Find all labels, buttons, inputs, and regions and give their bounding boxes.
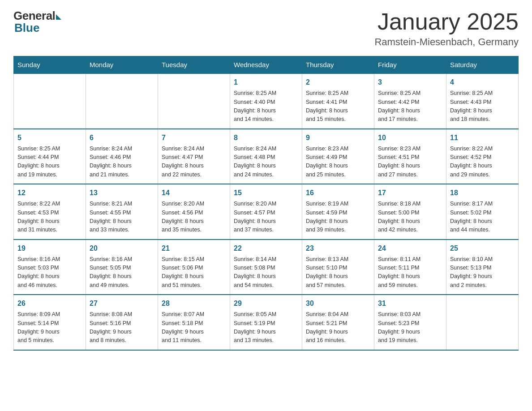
page-header: General Blue January 2025 Ramstein-Miese… (13, 9, 519, 48)
calendar-cell: 18Sunrise: 8:17 AM Sunset: 5:02 PM Dayli… (446, 184, 519, 240)
day-info: Sunrise: 8:21 AM Sunset: 4:55 PM Dayligh… (90, 200, 154, 235)
day-number: 11 (450, 133, 515, 143)
day-info: Sunrise: 8:11 AM Sunset: 5:11 PM Dayligh… (378, 255, 442, 290)
day-info: Sunrise: 8:25 AM Sunset: 4:40 PM Dayligh… (234, 89, 298, 124)
title-section: January 2025 Ramstein-Miesenbach, German… (374, 9, 519, 48)
day-number: 5 (17, 133, 82, 143)
calendar-header-friday: Friday (374, 56, 446, 74)
calendar-cell: 14Sunrise: 8:20 AM Sunset: 4:56 PM Dayli… (158, 184, 230, 240)
calendar-header-sunday: Sunday (14, 56, 86, 74)
day-info: Sunrise: 8:22 AM Sunset: 4:52 PM Dayligh… (450, 145, 515, 180)
calendar-header-row: SundayMondayTuesdayWednesdayThursdayFrid… (14, 56, 519, 74)
calendar-cell: 31Sunrise: 8:03 AM Sunset: 5:23 PM Dayli… (374, 295, 446, 350)
calendar-cell: 24Sunrise: 8:11 AM Sunset: 5:11 PM Dayli… (374, 240, 446, 295)
calendar-cell: 12Sunrise: 8:22 AM Sunset: 4:53 PM Dayli… (14, 184, 86, 240)
day-number: 20 (90, 243, 154, 254)
day-number: 23 (306, 243, 370, 254)
day-info: Sunrise: 8:16 AM Sunset: 5:05 PM Dayligh… (90, 255, 154, 290)
calendar-header-thursday: Thursday (302, 56, 374, 74)
day-number: 27 (90, 298, 154, 309)
calendar-cell: 28Sunrise: 8:07 AM Sunset: 5:18 PM Dayli… (158, 295, 230, 350)
calendar-cell: 21Sunrise: 8:15 AM Sunset: 5:06 PM Dayli… (158, 240, 230, 295)
day-info: Sunrise: 8:25 AM Sunset: 4:42 PM Dayligh… (378, 89, 442, 124)
day-number: 26 (17, 298, 82, 309)
calendar-cell: 3Sunrise: 8:25 AM Sunset: 4:42 PM Daylig… (374, 73, 446, 129)
calendar-cell: 7Sunrise: 8:24 AM Sunset: 4:47 PM Daylig… (158, 129, 230, 184)
calendar-cell: 25Sunrise: 8:10 AM Sunset: 5:13 PM Dayli… (446, 240, 519, 295)
calendar-cell (446, 295, 519, 350)
day-number: 10 (378, 133, 442, 143)
calendar-table: SundayMondayTuesdayWednesdayThursdayFrid… (13, 56, 519, 351)
calendar-cell: 2Sunrise: 8:25 AM Sunset: 4:41 PM Daylig… (302, 73, 374, 129)
day-info: Sunrise: 8:09 AM Sunset: 5:14 PM Dayligh… (17, 310, 82, 345)
day-info: Sunrise: 8:10 AM Sunset: 5:13 PM Dayligh… (450, 255, 515, 290)
calendar-cell: 20Sunrise: 8:16 AM Sunset: 5:05 PM Dayli… (86, 240, 158, 295)
day-number: 7 (162, 133, 226, 143)
day-info: Sunrise: 8:05 AM Sunset: 5:19 PM Dayligh… (234, 310, 298, 345)
day-number: 21 (162, 243, 226, 254)
day-info: Sunrise: 8:18 AM Sunset: 5:00 PM Dayligh… (378, 200, 442, 235)
calendar-header-monday: Monday (86, 56, 158, 74)
calendar-cell (158, 73, 230, 129)
day-number: 22 (234, 243, 298, 254)
day-number: 6 (90, 133, 154, 143)
calendar-week-row: 19Sunrise: 8:16 AM Sunset: 5:03 PM Dayli… (14, 240, 519, 295)
day-number: 30 (306, 298, 370, 309)
day-info: Sunrise: 8:16 AM Sunset: 5:03 PM Dayligh… (17, 255, 82, 290)
day-info: Sunrise: 8:24 AM Sunset: 4:47 PM Dayligh… (162, 145, 226, 180)
day-info: Sunrise: 8:08 AM Sunset: 5:16 PM Dayligh… (90, 310, 154, 345)
calendar-week-row: 5Sunrise: 8:25 AM Sunset: 4:44 PM Daylig… (14, 129, 519, 184)
calendar-cell: 29Sunrise: 8:05 AM Sunset: 5:19 PM Dayli… (230, 295, 302, 350)
logo-blue-text: Blue (14, 21, 39, 35)
day-number: 19 (17, 243, 82, 254)
day-info: Sunrise: 8:19 AM Sunset: 4:59 PM Dayligh… (306, 200, 370, 235)
day-info: Sunrise: 8:20 AM Sunset: 4:56 PM Dayligh… (162, 200, 226, 235)
calendar-cell (86, 73, 158, 129)
day-info: Sunrise: 8:24 AM Sunset: 4:46 PM Dayligh… (90, 145, 154, 180)
calendar-cell: 30Sunrise: 8:04 AM Sunset: 5:21 PM Dayli… (302, 295, 374, 350)
day-info: Sunrise: 8:17 AM Sunset: 5:02 PM Dayligh… (450, 200, 515, 235)
calendar-cell: 23Sunrise: 8:13 AM Sunset: 5:10 PM Dayli… (302, 240, 374, 295)
day-info: Sunrise: 8:13 AM Sunset: 5:10 PM Dayligh… (306, 255, 370, 290)
calendar-header-saturday: Saturday (446, 56, 519, 74)
calendar-header-wednesday: Wednesday (230, 56, 302, 74)
day-number: 12 (17, 188, 82, 198)
day-info: Sunrise: 8:15 AM Sunset: 5:06 PM Dayligh… (162, 255, 226, 290)
day-number: 18 (450, 188, 515, 198)
day-number: 4 (450, 77, 515, 88)
calendar-cell: 9Sunrise: 8:23 AM Sunset: 4:49 PM Daylig… (302, 129, 374, 184)
logo: General Blue (13, 9, 61, 35)
calendar-cell: 1Sunrise: 8:25 AM Sunset: 4:40 PM Daylig… (230, 73, 302, 129)
calendar-cell: 4Sunrise: 8:25 AM Sunset: 4:43 PM Daylig… (446, 73, 519, 129)
logo-arrow-icon (56, 14, 61, 20)
day-info: Sunrise: 8:04 AM Sunset: 5:21 PM Dayligh… (306, 310, 370, 345)
month-title: January 2025 (374, 9, 519, 34)
day-number: 9 (306, 133, 370, 143)
day-number: 13 (90, 188, 154, 198)
calendar-cell: 22Sunrise: 8:14 AM Sunset: 5:08 PM Dayli… (230, 240, 302, 295)
day-number: 29 (234, 298, 298, 309)
calendar-week-row: 26Sunrise: 8:09 AM Sunset: 5:14 PM Dayli… (14, 295, 519, 350)
calendar-cell: 16Sunrise: 8:19 AM Sunset: 4:59 PM Dayli… (302, 184, 374, 240)
calendar-cell: 19Sunrise: 8:16 AM Sunset: 5:03 PM Dayli… (14, 240, 86, 295)
calendar-cell: 11Sunrise: 8:22 AM Sunset: 4:52 PM Dayli… (446, 129, 519, 184)
calendar-cell: 26Sunrise: 8:09 AM Sunset: 5:14 PM Dayli… (14, 295, 86, 350)
calendar-cell: 10Sunrise: 8:23 AM Sunset: 4:51 PM Dayli… (374, 129, 446, 184)
day-number: 16 (306, 188, 370, 198)
calendar-cell: 17Sunrise: 8:18 AM Sunset: 5:00 PM Dayli… (374, 184, 446, 240)
day-number: 3 (378, 77, 442, 88)
calendar-cell: 8Sunrise: 8:24 AM Sunset: 4:48 PM Daylig… (230, 129, 302, 184)
day-number: 14 (162, 188, 226, 198)
day-info: Sunrise: 8:23 AM Sunset: 4:49 PM Dayligh… (306, 145, 370, 180)
day-info: Sunrise: 8:14 AM Sunset: 5:08 PM Dayligh… (234, 255, 298, 290)
day-info: Sunrise: 8:25 AM Sunset: 4:44 PM Dayligh… (17, 145, 82, 180)
day-info: Sunrise: 8:07 AM Sunset: 5:18 PM Dayligh… (162, 310, 226, 345)
day-number: 2 (306, 77, 370, 88)
day-number: 8 (234, 133, 298, 143)
day-number: 17 (378, 188, 442, 198)
day-number: 15 (234, 188, 298, 198)
day-info: Sunrise: 8:20 AM Sunset: 4:57 PM Dayligh… (234, 200, 298, 235)
day-number: 25 (450, 243, 515, 254)
day-info: Sunrise: 8:25 AM Sunset: 4:41 PM Dayligh… (306, 89, 370, 124)
day-info: Sunrise: 8:25 AM Sunset: 4:43 PM Dayligh… (450, 89, 515, 124)
